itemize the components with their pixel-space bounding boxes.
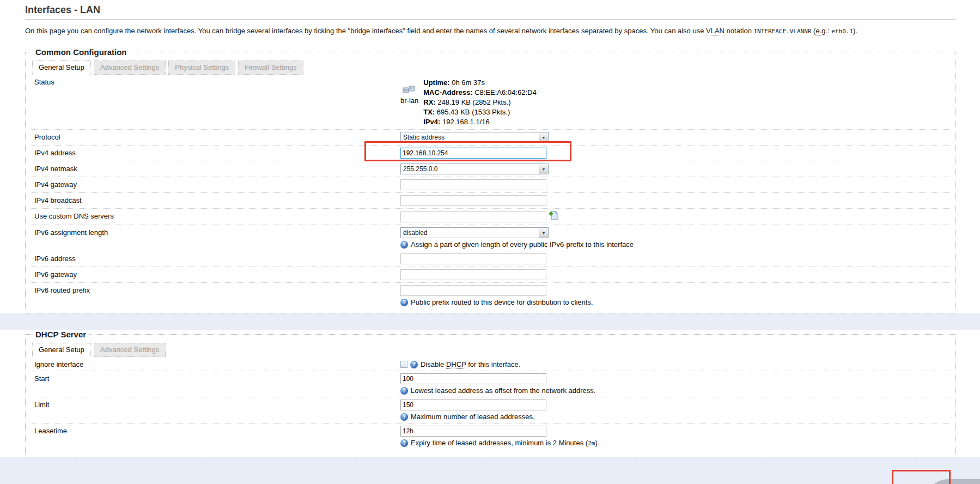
dhcp-start-row: Start ? Lowest leased address as offset … (31, 371, 950, 397)
dhcp-tabs: General Setup Advanced Settings (32, 343, 950, 357)
ipv6-routed-prefix-help: ? Public prefix routed to this device fo… (400, 298, 950, 306)
ipv6-routed-prefix-input[interactable] (400, 285, 546, 296)
bridge-icon (403, 88, 417, 96)
page-header: Interfaces - LAN On this page you can co… (0, 0, 980, 36)
status-line-uptime: Uptime: 0h 6m 37s (423, 78, 536, 88)
dhcp-leasetime-help: ? Expiry time of leased addresses, minim… (400, 439, 950, 447)
ipv6-assignment-row: IPv6 assignment length disabled ▼ ? Assi… (31, 225, 950, 251)
page-bottom: ✕ Reset ✓ Save ▶ Save & Apply technology… (0, 457, 980, 484)
chevron-down-icon: ▼ (539, 228, 548, 238)
ipv6-address-input[interactable] (400, 253, 546, 264)
vlan-notation-code: INTERFACE.VLANNR (754, 28, 812, 35)
ipv6-routed-prefix-row: IPv6 routed prefix ? Public prefix route… (31, 282, 950, 308)
custom-dns-label: Use custom DNS servers (31, 211, 400, 220)
ignore-interface-row: Ignore interface ? Disable DHCP for this… (31, 357, 950, 371)
tab-physical-settings[interactable]: Physical Settings (168, 60, 235, 75)
ignore-interface-checkbox[interactable] (400, 361, 407, 368)
tab-general-setup[interactable]: General Setup (32, 60, 91, 75)
dhcp-leasetime-label: Leasetime (31, 426, 400, 435)
ipv6-gateway-input[interactable] (400, 269, 546, 280)
common-configuration-legend: Common Configuration (32, 47, 130, 57)
dhcp-start-help: ? Lowest leased address as offset from t… (400, 386, 950, 395)
status-row: Status br-lan Uptime: 0h 6m 37s (31, 75, 950, 129)
add-entry-icon[interactable] (549, 213, 558, 222)
dhcp-limit-help: ? Maximum number of leased addresses. (400, 413, 950, 421)
chevron-down-icon: ▼ (539, 132, 548, 142)
ipv4-broadcast-row: IPv4 broadcast (31, 192, 950, 208)
ipv4-gateway-label: IPv4 gateway (31, 179, 400, 189)
custom-dns-row: Use custom DNS servers (31, 208, 950, 225)
eth-example-code: eth0.1 (831, 28, 853, 35)
common-configuration-section: Common Configuration General Setup Advan… (25, 47, 956, 313)
tab-dhcp-general-setup[interactable]: General Setup (32, 343, 91, 357)
status-line-tx: TX: 695.43 KB (1533 Pkts.) (423, 107, 536, 117)
help-icon: ? (400, 387, 408, 395)
description-text: On this page you can configure the netwo… (25, 27, 706, 35)
dhcp-limit-input[interactable] (400, 400, 546, 410)
ipv4-address-row: IPv4 address (31, 145, 950, 161)
help-icon: ? (400, 439, 408, 447)
ipv6-assignment-label: IPv6 assignment length (31, 227, 400, 237)
common-config-tabs: General Setup Advanced Settings Physical… (32, 60, 950, 75)
leasetime-min-code: 2m (588, 440, 595, 447)
dhcp-server-section: DHCP Server General Setup Advanced Setti… (25, 330, 956, 457)
ipv4-address-input[interactable] (400, 148, 546, 159)
ipv4-netmask-row: IPv4 netmask 255.255.0.0 ▼ (31, 161, 950, 177)
ignore-interface-label: Ignore interface (31, 359, 400, 368)
section-gap (0, 313, 980, 330)
dhcp-leasetime-row: Leasetime ? Expiry time of leased addres… (31, 423, 950, 449)
help-icon: ? (400, 413, 408, 421)
ipv6-gateway-label: IPv6 gateway (31, 269, 400, 279)
dhcp-limit-row: Limit ? Maximum number of leased address… (31, 397, 950, 423)
page-description: On this page you can configure the netwo… (25, 26, 956, 36)
dhcp-abbr: DHCP (446, 360, 466, 369)
tab-advanced-settings[interactable]: Advanced Settings (94, 60, 166, 75)
ipv4-gateway-row: IPv4 gateway (31, 177, 950, 192)
ipv4-netmask-select[interactable]: 255.255.0.0 ▼ (400, 164, 549, 174)
ipv4-broadcast-input[interactable] (400, 195, 546, 206)
page-title: Interfaces - LAN (25, 4, 956, 20)
ipv6-routed-prefix-label: IPv6 routed prefix (31, 285, 400, 294)
custom-dns-input[interactable] (400, 211, 546, 222)
protocol-select[interactable]: Static address ▼ (400, 132, 549, 143)
dhcp-leasetime-input[interactable] (400, 426, 546, 437)
tab-firewall-settings[interactable]: Firewall Settings (238, 60, 303, 75)
interface-name: br-lan (400, 96, 418, 105)
status-line-mac: MAC-Address: C8:EE:A6:04:62:D4 (423, 88, 536, 98)
vlan-abbr: VLAN (706, 27, 725, 35)
ipv6-address-label: IPv6 address (31, 253, 400, 263)
interface-box: br-lan (400, 78, 418, 127)
dhcp-start-input[interactable] (400, 373, 546, 384)
status-line-rx: RX: 248.19 KB (2852 Pkts.) (423, 98, 536, 107)
ipv6-assignment-select[interactable]: disabled ▼ (400, 227, 549, 238)
ipv6-address-row: IPv6 address (31, 251, 950, 267)
help-icon: ? (400, 299, 408, 306)
ipv6-gateway-row: IPv6 gateway (31, 267, 950, 282)
action-button-bar: ✕ Reset ✓ Save ▶ Save & Apply (0, 457, 980, 484)
protocol-row: Protocol Static address ▼ (31, 129, 950, 145)
ipv4-address-label: IPv4 address (31, 148, 400, 157)
eg-abbr: e.g. (815, 27, 827, 35)
tab-dhcp-advanced-settings[interactable]: Advanced Settings (94, 343, 166, 357)
status-details: Uptime: 0h 6m 37s MAC-Address: C8:EE:A6:… (423, 78, 536, 127)
ipv4-broadcast-label: IPv4 broadcast (31, 195, 400, 204)
help-icon: ? (410, 361, 418, 368)
protocol-label: Protocol (31, 132, 400, 141)
chevron-down-icon: ▼ (539, 164, 548, 174)
status-line-ipv4: IPv4: 192.168.1.1/16 (423, 117, 536, 127)
ignore-interface-help: Disable DHCP for this interface. (421, 360, 520, 368)
dhcp-limit-label: Limit (31, 400, 400, 409)
ipv4-netmask-label: IPv4 netmask (31, 164, 400, 173)
dhcp-server-legend: DHCP Server (32, 330, 89, 339)
ipv6-assignment-help: ? Assign a part of given length of every… (400, 240, 950, 249)
dhcp-start-label: Start (31, 373, 400, 383)
ipv4-gateway-input[interactable] (400, 179, 546, 190)
status-label: Status (31, 77, 400, 86)
help-icon: ? (400, 241, 408, 249)
